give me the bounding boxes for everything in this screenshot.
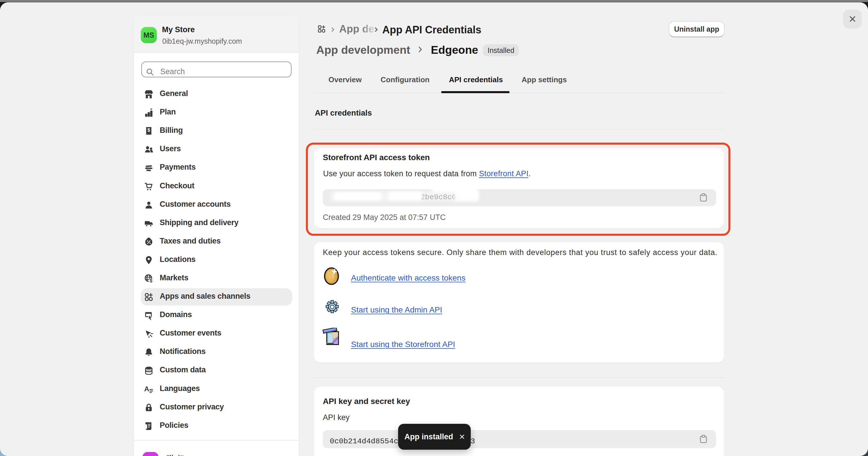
svg-text:A: A xyxy=(144,385,149,393)
svg-text:$: $ xyxy=(147,127,150,133)
svg-text:$: $ xyxy=(150,278,152,283)
